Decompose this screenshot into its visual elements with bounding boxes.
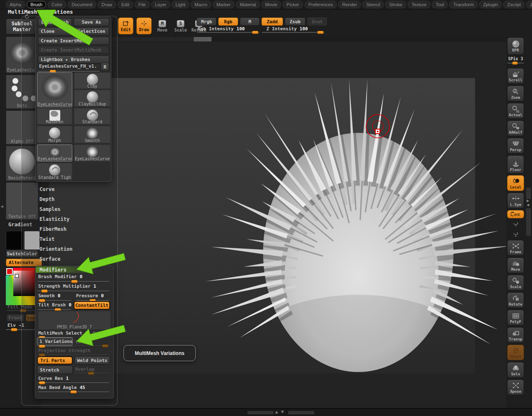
selecticon-button[interactable]: SelectIcon xyxy=(74,27,109,35)
save-as-button[interactable]: Save As xyxy=(74,18,109,26)
menubar-item-marker[interactable]: Marker xyxy=(213,1,234,8)
menubar-item-movie[interactable]: Movie xyxy=(261,1,281,8)
zcut-button[interactable]: Zcut xyxy=(307,17,327,26)
brush-thumbnail-eyelashescurve_f[interactable]: EyeLashesCurve_F xyxy=(37,72,72,107)
constant-tilt-button[interactable]: ConstantTilt xyxy=(74,301,110,310)
right-divider-bottom[interactable] xyxy=(526,208,531,235)
zoom-button[interactable]: Zoom xyxy=(507,86,524,101)
create-insertmesh-button[interactable]: Create InsertMesh xyxy=(38,37,109,45)
solo-button[interactable]: Solo xyxy=(507,362,524,378)
menubar-item-transform[interactable]: Transform xyxy=(449,1,478,8)
menubar-item-document[interactable]: Document xyxy=(68,1,96,8)
menubar-item-file[interactable]: File xyxy=(135,1,150,8)
stretch-button[interactable]: Stretch xyxy=(37,366,73,374)
load-brush-button[interactable]: Load Brush xyxy=(38,18,72,26)
menubar-item-stroke[interactable]: Stroke xyxy=(385,1,406,8)
weld-points-button[interactable]: Weld Points xyxy=(74,356,110,365)
local-button[interactable]: Local xyxy=(507,175,524,191)
edit-button[interactable]: Edit xyxy=(118,17,133,34)
brush-section-fibermesh[interactable]: FiberMesh xyxy=(35,224,114,234)
variations-slider[interactable] xyxy=(38,345,73,348)
tray-close-icon[interactable]: ▼ xyxy=(281,410,284,414)
divider-collapse-icon[interactable]: ◀ xyxy=(527,203,529,207)
move-button[interactable]: M Move xyxy=(155,17,170,34)
main-color-swatch[interactable] xyxy=(6,231,23,250)
overlap-slider[interactable] xyxy=(74,372,110,375)
menubar-item-texture[interactable]: Texture xyxy=(408,1,430,8)
lsym-button[interactable]: L.Sym xyxy=(507,193,524,208)
spix-slider[interactable]: SPix 3 xyxy=(507,56,524,66)
max-bend-angle-slider[interactable] xyxy=(38,390,109,394)
curve-res-slider[interactable] xyxy=(38,381,109,384)
brush-thumbnail-clay[interactable]: Clay xyxy=(74,72,111,89)
brush-section-elasticity[interactable]: Elasticity xyxy=(35,214,114,224)
brush-thumbnail-eyelashescurve_f[interactable]: EyeLashesCurve_F xyxy=(74,144,111,162)
bottom-divider-right[interactable] xyxy=(288,411,314,414)
menubar-item-macro[interactable]: Macro xyxy=(191,1,211,8)
rot-y-button[interactable]: Y xyxy=(507,220,524,228)
brush-section-orientation[interactable]: Orientation xyxy=(35,244,114,254)
rgb-intensity-slider[interactable] xyxy=(197,31,259,34)
menubar-item-layer[interactable]: Layer xyxy=(151,1,170,8)
brush-thumbnail-standard[interactable]: Standard xyxy=(74,108,111,125)
scroll-button[interactable]: Scroll xyxy=(507,68,524,84)
menubar-item-zplugin[interactable]: Zplugin xyxy=(479,1,502,8)
tray-tab-segment[interactable] xyxy=(176,37,194,42)
brush-thumbnail-claybuildup[interactable]: ClayBuildup xyxy=(74,90,111,107)
bpr-button[interactable]: BPR xyxy=(507,37,524,55)
floor-axis-toggles[interactable]: X Y Z xyxy=(509,157,522,160)
menubar-item-zscript[interactable]: Zscript xyxy=(503,1,525,8)
menubar-item-picker[interactable]: Picker xyxy=(283,1,303,8)
persp-button[interactable]: Persp xyxy=(507,138,524,154)
z-intensity-slider[interactable] xyxy=(262,31,324,34)
zsub-button[interactable]: Zsub xyxy=(285,17,305,26)
bottom-divider-left[interactable] xyxy=(248,411,273,414)
mrgb-button[interactable]: Mrgb xyxy=(197,17,217,26)
floor-button[interactable]: X Y ZFloor xyxy=(507,155,524,174)
menubar-item-material[interactable]: Material xyxy=(236,1,260,8)
polyf-button[interactable]: PolyF xyxy=(507,310,524,325)
smooth-slider[interactable] xyxy=(38,299,71,302)
menubar-item-light[interactable]: Light xyxy=(172,1,189,8)
move-button[interactable]: Move xyxy=(507,257,524,273)
brush-thumbnail-maskpen[interactable]: MaskPen xyxy=(37,108,72,125)
scale-button[interactable]: Scale xyxy=(507,275,524,291)
menubar-item-alpha[interactable]: Alpha xyxy=(6,1,25,8)
tri-parts-button[interactable]: Tri Parts xyxy=(37,356,73,365)
menubar-item-brush[interactable]: Brush xyxy=(27,1,46,8)
zadd-button[interactable]: Zadd xyxy=(261,17,283,26)
tray-open-icon[interactable]: ▲ xyxy=(275,410,278,414)
scale-button[interactable]: S Scale xyxy=(173,17,188,34)
brush-section-twist[interactable]: Twist xyxy=(35,234,114,244)
xyz-button[interactable]: XYZ xyxy=(507,210,524,218)
lightbox-brushes-button[interactable]: Lightbox ▸ Brushes xyxy=(38,56,109,64)
menubar-item-tool[interactable]: Tool xyxy=(432,1,448,8)
transp-button[interactable]: Transp xyxy=(507,327,524,343)
aahalf-button[interactable]: AAHalf xyxy=(507,120,524,136)
menubar-item-stencil[interactable]: Stencil xyxy=(362,1,384,8)
rot-z-button[interactable]: Z xyxy=(507,230,524,238)
xpose-button[interactable]: Xpose xyxy=(507,379,524,395)
brush-section-samples[interactable]: Samples xyxy=(35,204,114,214)
strength-multiplier-slider[interactable] xyxy=(38,289,109,293)
divider-expand-icon[interactable]: ▶ xyxy=(527,199,529,203)
menubar-item-draw[interactable]: Draw xyxy=(98,1,116,8)
create-insertmultimesh-button[interactable]: Create InsertMultiMesh xyxy=(38,46,109,54)
menubar-item-zz[interactable]: Zz xyxy=(526,1,532,8)
draw-button[interactable]: Draw xyxy=(136,17,152,34)
multimesh-preview[interactable]: PM3D_Plane3D_7 xyxy=(38,311,111,330)
left-divider-icon[interactable]: ◀ xyxy=(0,204,3,208)
hue-cursor[interactable] xyxy=(6,268,13,275)
modifiers-title[interactable]: Modifiers xyxy=(39,267,66,273)
rgb-button[interactable]: Rgb xyxy=(218,17,238,26)
brush-thumbnail-eyelashescurve_f[interactable]: EyeLashesCurve_F xyxy=(37,144,72,162)
brush-section-curve[interactable]: Curve xyxy=(35,184,114,194)
right-divider-top[interactable] xyxy=(526,188,531,198)
brush-thumbnail-smooth[interactable]: Smooth xyxy=(74,126,111,143)
tray-tab-segment[interactable] xyxy=(194,37,212,42)
tray-tab-segment[interactable] xyxy=(121,37,139,42)
ghost-button[interactable]: Ghost xyxy=(507,345,524,360)
restore-config-button[interactable]: R xyxy=(101,63,109,71)
frame-button[interactable]: Frame xyxy=(507,240,524,256)
sv-cursor[interactable] xyxy=(15,274,19,278)
